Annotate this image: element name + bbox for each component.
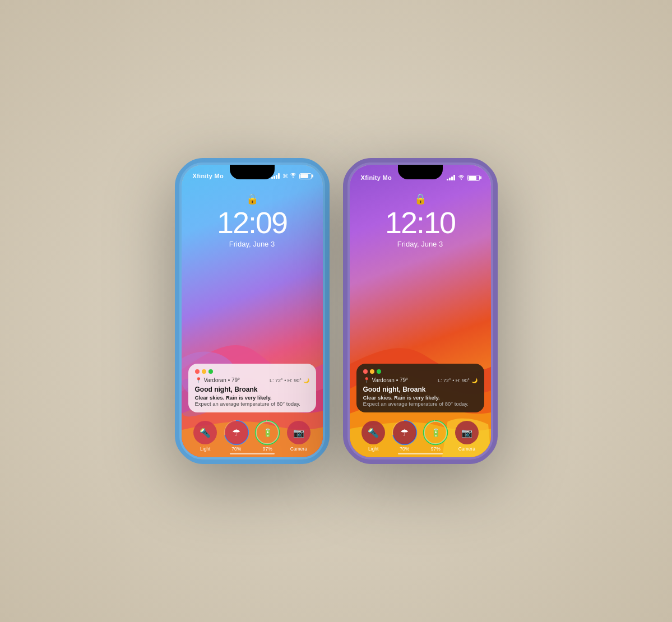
wifi-icon-1: ⌘ xyxy=(282,173,296,179)
dock-item-camera-1[interactable]: 📷 Camera xyxy=(287,421,310,452)
traffic-light-red-1 xyxy=(195,369,200,374)
date-display-1: Friday, June 3 xyxy=(229,240,275,248)
umbrella-icon-2: ☂ xyxy=(393,421,416,444)
notif-greeting-1: Good night, Broank xyxy=(195,386,309,393)
rain-ring-container-2: ☂ xyxy=(393,421,416,444)
notif-desc-bold-1: Clear skies. Rain is very likely. xyxy=(195,394,309,401)
location-pin-icon-1: 📍 xyxy=(195,377,202,383)
traffic-light-red-2 xyxy=(363,369,368,374)
notif-desc-bold-2: Clear skies. Rain is very likely. xyxy=(363,394,478,401)
rain-ring-container-1: ☂ xyxy=(225,421,248,444)
notif-desc-2: Expect an average temperature of 80° tod… xyxy=(363,401,478,407)
dock-item-light-2[interactable]: 🔦 Light xyxy=(362,421,385,452)
date-display-2: Friday, June 3 xyxy=(397,240,443,248)
phone-2: Xfinity Mo xyxy=(347,163,493,459)
notif-weather-range-1: L: 72° • H: 90° 🌙 xyxy=(270,378,309,383)
bottom-dock-2: 🔦 Light ☂ 70% xyxy=(350,421,491,452)
traffic-light-green-1 xyxy=(208,369,213,374)
battery-dock-icon-2: 🔋 xyxy=(424,421,447,444)
notif-weather-range-2: L: 72° • H: 90° 🌙 xyxy=(438,378,477,383)
dock-label-light-2: Light xyxy=(368,446,378,452)
traffic-lights-2 xyxy=(363,369,478,374)
status-icons-2 xyxy=(447,173,480,183)
notif-desc-1: Expect an average temperature of 80° tod… xyxy=(195,401,309,407)
dock-item-camera-2[interactable]: 📷 Camera xyxy=(455,421,479,452)
phone-2-frame: Xfinity Mo xyxy=(347,163,493,459)
notif-greeting-2: Good night, Broank xyxy=(363,386,478,393)
phone-1: Xfinity Mo ⌘ xyxy=(179,163,325,459)
notification-card-2: 📍 Vardoran • 79° L: 72° • H: 90° 🌙 Good … xyxy=(356,364,484,412)
dock-label-camera-2: Camera xyxy=(458,446,475,452)
phone-1-frame: Xfinity Mo ⌘ xyxy=(179,163,325,459)
dock-item-battery-1[interactable]: 🔋 97% xyxy=(256,421,279,452)
battery-icon-2 xyxy=(467,175,480,181)
dock-item-light-1[interactable]: 🔦 Light xyxy=(193,421,217,452)
traffic-lights-1 xyxy=(195,369,309,374)
carrier-1: Xfinity Mo xyxy=(193,173,224,179)
battery-dock-icon-1: 🔋 xyxy=(256,421,279,444)
dock-item-battery-2[interactable]: 🔋 97% xyxy=(424,421,447,452)
carrier-2: Xfinity Mo xyxy=(361,174,392,181)
flashlight-icon-2: 🔦 xyxy=(362,421,385,444)
battery-ring-container-2: 🔋 xyxy=(424,421,447,444)
dock-item-rain-1[interactable]: ☂ 70% xyxy=(225,421,248,452)
signal-icon-2 xyxy=(447,175,455,180)
umbrella-icon-1: ☂ xyxy=(225,421,248,444)
moon-icon-1: 🌙 xyxy=(303,378,309,383)
status-icons-1: ⌘ xyxy=(271,173,311,179)
location-pin-icon-2: 📍 xyxy=(363,377,370,383)
dock-label-rain-2: 70% xyxy=(400,446,409,452)
traffic-light-green-2 xyxy=(377,369,381,374)
notif-location-2: 📍 Vardoran • 79° xyxy=(363,377,409,383)
dock-label-rain-1: 70% xyxy=(231,446,241,452)
time-display-2: 12:10 xyxy=(385,207,455,238)
wifi-icon-2 xyxy=(458,173,465,183)
lock-content-1: 🔒 12:09 Friday, June 3 xyxy=(182,193,323,248)
dock-label-battery-2: 97% xyxy=(431,446,441,452)
battery-ring-container-1: 🔋 xyxy=(256,421,279,444)
notif-location-1: 📍 Vardoran • 79° xyxy=(195,377,240,383)
lock-content-2: 🔒 12:10 Friday, June 3 xyxy=(350,193,491,248)
notification-card-1: 📍 Vardoran • 79° L: 72° • H: 90° 🌙 Good … xyxy=(188,364,316,412)
svg-point-5 xyxy=(461,179,462,180)
notch-2 xyxy=(398,165,443,179)
traffic-light-yellow-1 xyxy=(202,369,206,374)
moon-icon-2: 🌙 xyxy=(471,378,478,383)
dock-label-light-1: Light xyxy=(200,446,210,452)
home-indicator-2 xyxy=(398,453,443,454)
lock-icon-1: 🔒 xyxy=(246,193,258,205)
flashlight-icon-1: 🔦 xyxy=(193,421,217,444)
time-display-1: 12:09 xyxy=(217,207,287,238)
dock-item-rain-2[interactable]: ☂ 70% xyxy=(393,421,416,452)
traffic-light-yellow-2 xyxy=(370,369,374,374)
dock-label-camera-1: Camera xyxy=(290,446,307,452)
dock-label-battery-1: 97% xyxy=(263,446,272,452)
notif-header-2: 📍 Vardoran • 79° L: 72° • H: 90° 🌙 xyxy=(363,377,478,383)
notch-1 xyxy=(230,165,275,179)
camera-icon-2: 📷 xyxy=(455,421,479,444)
home-indicator-1 xyxy=(230,453,275,454)
lock-icon-2: 🔒 xyxy=(414,193,427,205)
notif-header-1: 📍 Vardoran • 79° L: 72° • H: 90° 🌙 xyxy=(195,377,309,383)
camera-icon-1: 📷 xyxy=(287,421,310,444)
svg-point-0 xyxy=(293,177,294,178)
bottom-dock-1: 🔦 Light ☂ 70% xyxy=(182,421,323,452)
battery-icon-1 xyxy=(299,173,312,179)
